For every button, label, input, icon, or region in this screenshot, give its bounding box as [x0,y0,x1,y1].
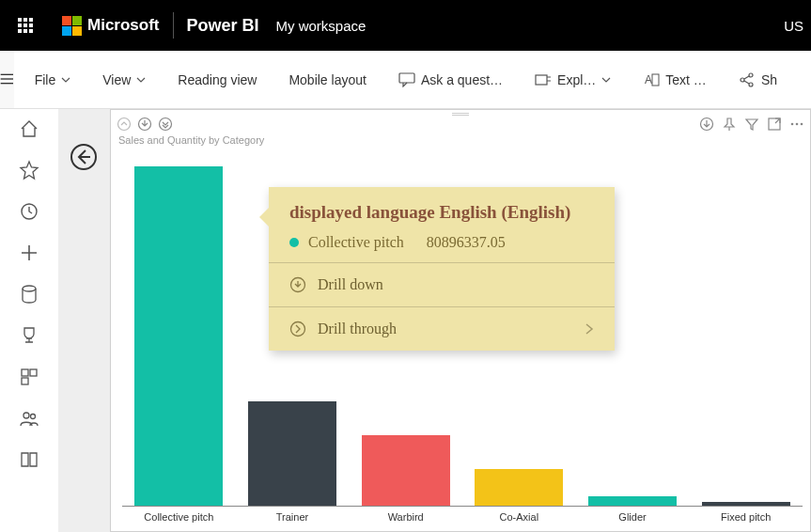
chevron-down-icon [601,75,611,85]
svg-point-15 [23,413,29,418]
app-launcher[interactable] [0,0,51,51]
bar[interactable] [248,401,336,507]
nav-toggle-button[interactable] [0,51,14,109]
back-button[interactable] [70,143,98,171]
drill-down-icon[interactable] [137,117,152,132]
text-box-button[interactable]: A Text … [633,67,716,93]
user-region[interactable]: US [784,18,803,34]
svg-rect-3 [399,73,414,83]
nav-home[interactable] [19,118,39,139]
expand-next-level-icon[interactable] [158,117,173,132]
svg-point-11 [23,286,36,291]
drill-through-label: Drill through [318,321,397,337]
share-label: Sh [761,72,777,87]
x-axis-label: Co-Axial [462,509,576,527]
text-box-label: Text … [665,72,707,87]
mobile-layout-button[interactable]: Mobile layout [279,67,376,93]
microsoft-icon [62,16,82,36]
trophy-icon [19,325,39,346]
svg-point-9 [749,83,753,86]
x-axis-label: Warbird [349,509,462,527]
pin-icon[interactable] [722,117,737,132]
nav-favorites[interactable] [19,160,39,180]
svg-rect-6 [652,74,659,86]
focus-mode-icon[interactable] [767,117,782,132]
svg-point-16 [31,415,36,419]
bar-collective-pitch[interactable] [122,149,236,507]
svg-rect-14 [22,378,28,384]
view-menu[interactable]: View [93,67,155,93]
x-axis-label: Trainer [236,509,350,527]
explore-menu[interactable]: Expl… [525,67,620,93]
drill-down-circle-icon [289,276,306,293]
share-button[interactable]: Sh [729,67,787,93]
svg-point-27 [291,321,305,336]
nav-create[interactable] [19,243,39,263]
waffle-icon [18,18,33,33]
nav-shared[interactable] [19,408,39,429]
x-axis [122,506,803,507]
filter-icon[interactable] [744,117,759,132]
drill-down-action[interactable]: Drill down [269,263,615,306]
chevron-right-icon [581,321,598,337]
hamburger-icon [0,73,14,85]
file-menu[interactable]: File [25,67,81,93]
header-divider [173,12,174,39]
svg-rect-13 [30,369,37,376]
svg-point-7 [741,78,744,82]
reading-view-label: Reading view [178,72,257,87]
mobile-layout-label: Mobile layout [289,72,367,87]
chevron-down-icon [136,75,146,85]
file-menu-label: File [35,72,56,87]
svg-point-25 [801,123,803,126]
svg-rect-4 [536,75,547,85]
x-axis-label: Glider [576,509,690,527]
share-icon [739,72,756,87]
nav-goals[interactable] [19,325,39,346]
visual-title: Sales and Quantity by Category [111,134,810,146]
people-icon [19,408,39,429]
workspace-breadcrumb[interactable]: My workspace [276,18,367,34]
series-color-dot [289,238,299,247]
drill-up-icon[interactable] [117,117,132,132]
bar[interactable] [475,469,563,507]
clock-icon [19,201,39,222]
text-box-icon: A [643,72,660,87]
drill-down-label: Drill down [318,276,383,293]
nav-datasets[interactable] [19,284,39,305]
microsoft-logo[interactable]: Microsoft [62,16,160,36]
svg-point-8 [749,73,753,77]
datapoint-tooltip: displayed language English (English) Col… [269,187,615,351]
microsoft-brand-text: Microsoft [87,16,160,35]
drill-through-action[interactable]: Drill through [269,307,615,351]
ask-question-button[interactable]: Ask a quest… [389,67,512,93]
chart-visual[interactable]: Sales and Quantity by Category Collectiv… [110,109,811,532]
bar[interactable] [134,166,223,507]
chevron-down-icon [61,75,70,85]
product-name[interactable]: Power BI [187,16,259,36]
more-options-icon[interactable] [789,117,804,132]
tooltip-arrow [259,208,269,227]
tooltip-title: displayed language English (English) [289,200,598,225]
nav-recent[interactable] [19,201,39,222]
export-icon[interactable] [699,117,714,132]
apps-icon [19,367,39,387]
tooltip-value: 80896337.05 [427,234,506,251]
nav-learn[interactable] [19,449,39,470]
svg-text:A: A [645,73,652,86]
book-icon [19,449,39,470]
nav-apps[interactable] [19,367,39,387]
home-icon [19,118,39,139]
svg-point-24 [796,123,799,126]
arrow-left-circle-icon [70,143,98,171]
drill-through-circle-icon [289,321,306,337]
chat-icon [398,72,415,87]
bar[interactable] [362,435,450,507]
drag-handle[interactable] [452,113,469,116]
reading-view-button[interactable]: Reading view [168,67,266,93]
svg-rect-12 [22,369,28,376]
bar-fixed-pitch[interactable] [689,149,803,507]
explore-label: Expl… [557,72,596,87]
ask-question-label: Ask a quest… [421,72,503,87]
view-menu-label: View [102,72,131,87]
